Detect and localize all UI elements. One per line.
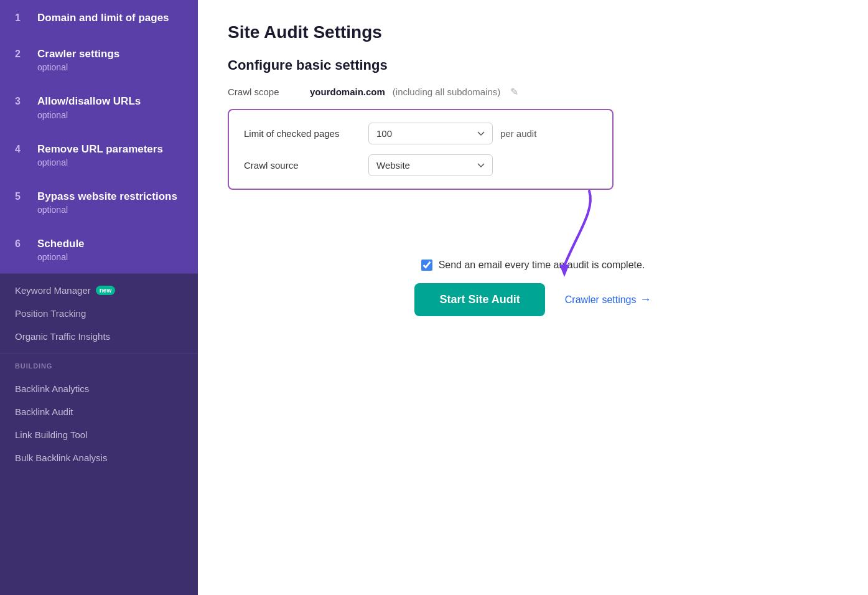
step-sub-5: optional (37, 205, 177, 215)
email-notification-row: Send an email every time an audit is com… (421, 260, 645, 271)
step-number-4: 4 (15, 143, 30, 156)
sidebar-step-4[interactable]: 4 Remove URL parameters optional (0, 131, 198, 179)
sidebar-item-label-link-building: Link Building Tool (15, 429, 87, 440)
limit-pages-row: Limit of checked pages 10050010005000100… (244, 123, 597, 144)
step-sub-3: optional (37, 110, 141, 120)
sidebar-item-organic-traffic[interactable]: Organic Traffic Insights (0, 325, 198, 348)
sidebar-step-5[interactable]: 5 Bypass website restrictions optional (0, 179, 198, 226)
sidebar-item-backlink-audit[interactable]: Backlink Audit (0, 400, 198, 423)
sidebar-item-label-bulk-analysis: Bulk Backlink Analysis (15, 452, 107, 463)
step-title-5: Bypass website restrictions (37, 190, 177, 204)
sidebar-item-position-tracking[interactable]: Position Tracking (0, 302, 198, 325)
arrow-right-icon: → (640, 293, 651, 306)
edit-crawl-scope-icon[interactable]: ✎ (510, 86, 518, 98)
per-audit-text: per audit (500, 128, 536, 139)
building-section-label: BUILDING (0, 354, 198, 372)
sidebar-step-3[interactable]: 3 Allow/disallow URLs optional (0, 83, 198, 131)
sidebar-item-label-keyword: Keyword Manager (15, 285, 91, 296)
step-number-2: 2 (15, 47, 30, 61)
sidebar-item-label-backlink-analytics: Backlink Analytics (15, 383, 89, 394)
sidebar-item-keyword-manager[interactable]: Keyword Manager new (0, 279, 198, 302)
step-title-3: Allow/disallow URLs (37, 95, 141, 108)
step-number-3: 3 (15, 95, 30, 108)
step-sub-4: optional (37, 157, 163, 167)
step-sub-2: optional (37, 62, 119, 72)
limit-pages-select[interactable]: 10050010005000100002000050000100000 (368, 123, 493, 144)
crawl-source-row: Crawl source WebsiteSitemapBoth (244, 154, 597, 176)
new-badge: new (96, 286, 115, 295)
sidebar-item-label-organic: Organic Traffic Insights (15, 331, 110, 342)
sidebar-step-6[interactable]: 6 Schedule optional (0, 226, 198, 273)
sidebar-step-1[interactable]: 1 Domain and limit of pages (0, 0, 198, 36)
email-label[interactable]: Send an email every time an audit is com… (439, 260, 645, 271)
sidebar: 1 Domain and limit of pages 2 Crawler se… (0, 0, 198, 595)
bottom-area: Send an email every time an audit is com… (228, 260, 838, 316)
sidebar-step-2[interactable]: 2 Crawler settings optional (0, 36, 198, 83)
step-title-2: Crawler settings (37, 47, 119, 61)
step-title-1: Domain and limit of pages (37, 11, 169, 25)
step-number-1: 1 (15, 11, 30, 25)
crawl-scope-domain: yourdomain.com (310, 87, 385, 97)
step-title-4: Remove URL parameters (37, 143, 163, 156)
sidebar-item-backlink-analytics[interactable]: Backlink Analytics (0, 377, 198, 400)
crawler-settings-link[interactable]: Crawler settings → (565, 293, 651, 306)
page-title: Site Audit Settings (228, 22, 838, 42)
section-title: Configure basic settings (228, 57, 838, 73)
crawl-scope-row: Crawl scope yourdomain.com (including al… (228, 86, 838, 98)
main-content: Site Audit Settings Configure basic sett… (198, 0, 868, 595)
sidebar-item-label-tracking: Position Tracking (15, 308, 86, 319)
start-site-audit-button[interactable]: Start Site Audit (414, 283, 544, 316)
step-number-5: 5 (15, 190, 30, 204)
sidebar-item-link-building-tool[interactable]: Link Building Tool (0, 423, 198, 446)
bottom-buttons: Start Site Audit Crawler settings → (414, 283, 651, 316)
crawler-settings-link-label: Crawler settings (565, 294, 637, 306)
bottom-section: Send an email every time an audit is com… (228, 260, 838, 316)
crawl-source-select[interactable]: WebsiteSitemapBoth (368, 154, 493, 176)
limit-pages-label: Limit of checked pages (244, 128, 368, 139)
sidebar-item-bulk-analysis[interactable]: Bulk Backlink Analysis (0, 446, 198, 469)
settings-box: Limit of checked pages 10050010005000100… (228, 109, 614, 190)
crawl-source-label: Crawl source (244, 160, 368, 171)
step-number-6: 6 (15, 237, 30, 251)
step-title-6: Schedule (37, 237, 85, 251)
crawl-scope-subdomains: (including all subdomains) (393, 87, 500, 97)
email-checkbox[interactable] (421, 260, 432, 271)
crawl-scope-label: Crawl scope (228, 87, 302, 97)
sidebar-item-label-backlink-audit: Backlink Audit (15, 406, 73, 417)
step-sub-6: optional (37, 252, 85, 262)
